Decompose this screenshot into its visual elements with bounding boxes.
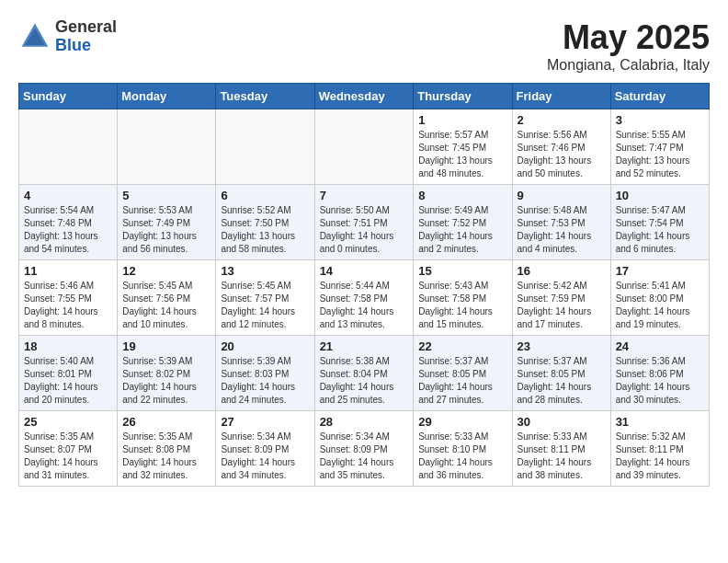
calendar-cell: 18Sunrise: 5:40 AM Sunset: 8:01 PM Dayli… (19, 336, 118, 411)
calendar-cell: 6Sunrise: 5:52 AM Sunset: 7:50 PM Daylig… (216, 185, 314, 260)
calendar-cell: 5Sunrise: 5:53 AM Sunset: 7:49 PM Daylig… (118, 185, 216, 260)
day-number: 21 (320, 339, 409, 353)
day-info: Sunrise: 5:50 AM Sunset: 7:51 PM Dayligh… (320, 204, 409, 256)
calendar-cell: 23Sunrise: 5:37 AM Sunset: 8:05 PM Dayli… (512, 336, 610, 411)
weekday-header-saturday: Saturday (610, 84, 709, 109)
calendar-cell: 30Sunrise: 5:33 AM Sunset: 8:11 PM Dayli… (512, 411, 610, 487)
day-info: Sunrise: 5:37 AM Sunset: 8:05 PM Dayligh… (518, 355, 606, 407)
day-number: 16 (518, 264, 606, 278)
day-number: 3 (616, 113, 704, 127)
calendar-cell: 15Sunrise: 5:43 AM Sunset: 7:58 PM Dayli… (414, 260, 512, 336)
day-number: 27 (221, 415, 309, 429)
day-number: 24 (616, 339, 704, 353)
calendar-cell: 10Sunrise: 5:47 AM Sunset: 7:54 PM Dayli… (610, 185, 709, 260)
day-number: 17 (616, 264, 704, 278)
day-info: Sunrise: 5:46 AM Sunset: 7:55 PM Dayligh… (24, 280, 112, 331)
calendar-cell: 12Sunrise: 5:45 AM Sunset: 7:56 PM Dayli… (118, 260, 216, 336)
calendar-cell: 28Sunrise: 5:34 AM Sunset: 8:09 PM Dayli… (314, 411, 414, 487)
week-row-2: 4Sunrise: 5:54 AM Sunset: 7:48 PM Daylig… (19, 185, 710, 260)
day-number: 30 (518, 415, 606, 429)
calendar-cell (314, 109, 414, 185)
day-number: 28 (320, 415, 409, 429)
day-number: 22 (418, 339, 506, 353)
day-number: 10 (616, 189, 704, 202)
logo-icon (18, 20, 51, 53)
week-row-4: 18Sunrise: 5:40 AM Sunset: 8:01 PM Dayli… (19, 336, 710, 411)
calendar-cell: 2Sunrise: 5:56 AM Sunset: 7:46 PM Daylig… (512, 109, 610, 185)
day-number: 20 (221, 339, 309, 353)
day-number: 12 (122, 264, 210, 278)
day-info: Sunrise: 5:39 AM Sunset: 8:02 PM Dayligh… (122, 355, 210, 407)
calendar-cell: 13Sunrise: 5:45 AM Sunset: 7:57 PM Dayli… (216, 260, 314, 336)
day-number: 26 (122, 415, 210, 429)
day-number: 4 (24, 189, 112, 202)
title-block: May 2025 Mongiana, Calabria, Italy (547, 18, 710, 74)
calendar-cell (216, 109, 314, 185)
calendar-cell (118, 109, 216, 185)
page-header: General Blue May 2025 Mongiana, Calabria… (18, 18, 710, 74)
day-info: Sunrise: 5:56 AM Sunset: 7:46 PM Dayligh… (518, 129, 606, 180)
weekday-header-monday: Monday (118, 84, 216, 109)
day-number: 19 (122, 339, 210, 353)
day-info: Sunrise: 5:40 AM Sunset: 8:01 PM Dayligh… (24, 355, 112, 407)
calendar-cell: 4Sunrise: 5:54 AM Sunset: 7:48 PM Daylig… (19, 185, 118, 260)
day-number: 29 (418, 415, 506, 429)
day-info: Sunrise: 5:33 AM Sunset: 8:11 PM Dayligh… (518, 431, 606, 482)
weekday-header-wednesday: Wednesday (314, 84, 414, 109)
day-number: 2 (518, 113, 606, 127)
day-number: 5 (122, 189, 210, 202)
calendar-cell: 24Sunrise: 5:36 AM Sunset: 8:06 PM Dayli… (610, 336, 709, 411)
calendar-cell: 26Sunrise: 5:35 AM Sunset: 8:08 PM Dayli… (118, 411, 216, 487)
calendar-cell: 14Sunrise: 5:44 AM Sunset: 7:58 PM Dayli… (314, 260, 414, 336)
week-row-3: 11Sunrise: 5:46 AM Sunset: 7:55 PM Dayli… (19, 260, 710, 336)
calendar-cell: 27Sunrise: 5:34 AM Sunset: 8:09 PM Dayli… (216, 411, 314, 487)
calendar-cell: 21Sunrise: 5:38 AM Sunset: 8:04 PM Dayli… (314, 336, 414, 411)
location: Mongiana, Calabria, Italy (547, 57, 710, 74)
weekday-header-row: SundayMondayTuesdayWednesdayThursdayFrid… (19, 84, 710, 109)
calendar-cell: 11Sunrise: 5:46 AM Sunset: 7:55 PM Dayli… (19, 260, 118, 336)
day-info: Sunrise: 5:54 AM Sunset: 7:48 PM Dayligh… (24, 204, 112, 256)
day-number: 8 (418, 189, 506, 202)
calendar-cell: 17Sunrise: 5:41 AM Sunset: 8:00 PM Dayli… (610, 260, 709, 336)
logo: General Blue (18, 18, 117, 55)
day-info: Sunrise: 5:49 AM Sunset: 7:52 PM Dayligh… (418, 204, 506, 256)
calendar-cell: 1Sunrise: 5:57 AM Sunset: 7:45 PM Daylig… (414, 109, 512, 185)
calendar-cell: 7Sunrise: 5:50 AM Sunset: 7:51 PM Daylig… (314, 185, 414, 260)
calendar-cell: 20Sunrise: 5:39 AM Sunset: 8:03 PM Dayli… (216, 336, 314, 411)
day-number: 7 (320, 189, 409, 202)
day-number: 1 (418, 113, 506, 127)
day-info: Sunrise: 5:33 AM Sunset: 8:10 PM Dayligh… (418, 431, 506, 482)
logo-blue-text: Blue (55, 37, 117, 55)
day-info: Sunrise: 5:42 AM Sunset: 7:59 PM Dayligh… (518, 280, 606, 331)
calendar-cell: 16Sunrise: 5:42 AM Sunset: 7:59 PM Dayli… (512, 260, 610, 336)
logo-text: General Blue (55, 18, 117, 55)
day-number: 14 (320, 264, 409, 278)
month-title: May 2025 (547, 18, 710, 57)
day-info: Sunrise: 5:45 AM Sunset: 7:56 PM Dayligh… (122, 280, 210, 331)
logo-general-text: General (55, 18, 117, 37)
calendar-cell: 25Sunrise: 5:35 AM Sunset: 8:07 PM Dayli… (19, 411, 118, 487)
day-info: Sunrise: 5:52 AM Sunset: 7:50 PM Dayligh… (221, 204, 309, 256)
day-info: Sunrise: 5:34 AM Sunset: 8:09 PM Dayligh… (320, 431, 409, 482)
day-number: 9 (518, 189, 606, 202)
day-info: Sunrise: 5:36 AM Sunset: 8:06 PM Dayligh… (616, 355, 704, 407)
calendar-cell: 31Sunrise: 5:32 AM Sunset: 8:11 PM Dayli… (610, 411, 709, 487)
day-info: Sunrise: 5:37 AM Sunset: 8:05 PM Dayligh… (418, 355, 506, 407)
day-number: 11 (24, 264, 112, 278)
day-info: Sunrise: 5:45 AM Sunset: 7:57 PM Dayligh… (221, 280, 309, 331)
day-number: 31 (616, 415, 704, 429)
calendar-cell: 9Sunrise: 5:48 AM Sunset: 7:53 PM Daylig… (512, 185, 610, 260)
day-number: 25 (24, 415, 112, 429)
calendar-table: SundayMondayTuesdayWednesdayThursdayFrid… (18, 83, 710, 487)
calendar-cell: 3Sunrise: 5:55 AM Sunset: 7:47 PM Daylig… (610, 109, 709, 185)
calendar-cell: 19Sunrise: 5:39 AM Sunset: 8:02 PM Dayli… (118, 336, 216, 411)
weekday-header-sunday: Sunday (19, 84, 118, 109)
day-number: 15 (418, 264, 506, 278)
day-info: Sunrise: 5:32 AM Sunset: 8:11 PM Dayligh… (616, 431, 704, 482)
weekday-header-friday: Friday (512, 84, 610, 109)
day-number: 18 (24, 339, 112, 353)
day-number: 23 (518, 339, 606, 353)
day-info: Sunrise: 5:44 AM Sunset: 7:58 PM Dayligh… (320, 280, 409, 331)
week-row-5: 25Sunrise: 5:35 AM Sunset: 8:07 PM Dayli… (19, 411, 710, 487)
day-info: Sunrise: 5:41 AM Sunset: 8:00 PM Dayligh… (616, 280, 704, 331)
